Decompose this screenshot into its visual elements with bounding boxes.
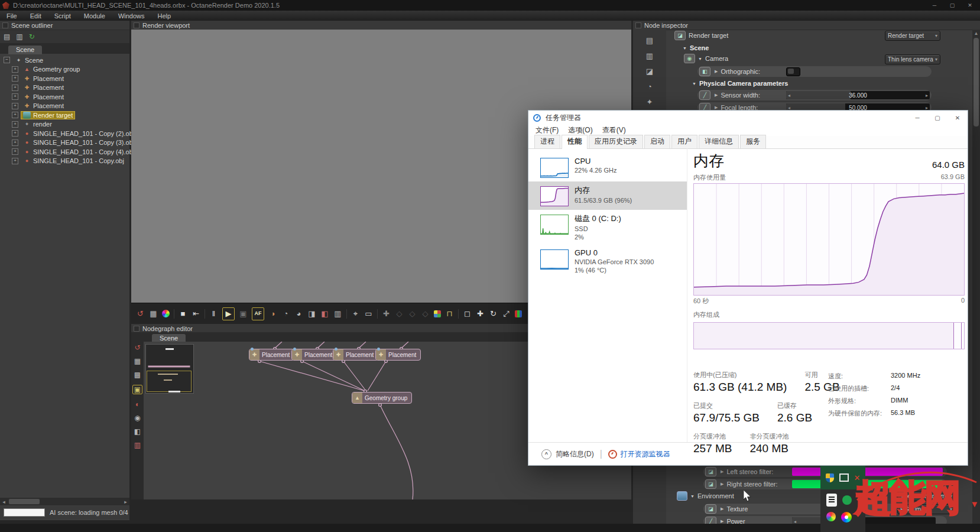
expand-arrow-icon[interactable]: ▶ xyxy=(721,469,723,474)
ng-medium-icon[interactable]: ▥ xyxy=(134,442,141,449)
panel-dock-icon[interactable] xyxy=(2,22,8,28)
collapse-caret-icon[interactable]: ▼ xyxy=(698,57,702,61)
restart-frame-icon[interactable]: ⇤ xyxy=(192,309,200,319)
scroll-thumb[interactable] xyxy=(9,499,40,504)
ng-render-icon[interactable]: ↺ xyxy=(134,344,140,351)
expand-arrow-icon[interactable]: ▶ xyxy=(715,69,718,74)
node-type-dropdown[interactable]: Render target▾ xyxy=(885,31,940,41)
refresh-icon[interactable]: ↻ xyxy=(29,33,35,40)
denoiser-icon[interactable]: ◕ xyxy=(294,309,303,319)
sensor-width-slider[interactable]: ◂ 36.000 ▸ xyxy=(786,91,930,99)
picker-icon[interactable]: ⌖ xyxy=(351,309,360,319)
ng-image-icon[interactable]: ▣ xyxy=(132,385,142,394)
right-stereo-color-bar[interactable] xyxy=(792,480,943,488)
scroll-thumb[interactable] xyxy=(973,38,979,126)
expand-arrow-icon[interactable]: ▶ xyxy=(721,482,723,486)
tree-item[interactable]: +Placement xyxy=(0,92,129,102)
autofocus-icon[interactable]: AF xyxy=(252,307,264,320)
menu-module[interactable]: Module xyxy=(77,12,112,20)
tree-expander-icon[interactable]: + xyxy=(12,75,18,82)
tree-expander-icon[interactable]: + xyxy=(12,66,18,73)
restart-render-icon[interactable]: ↺ xyxy=(136,309,145,319)
tree-item[interactable]: +Render target xyxy=(0,111,129,120)
tm-minimize-button[interactable]: ─ xyxy=(907,111,927,125)
menu-edit[interactable]: Edit xyxy=(24,12,48,20)
ng-texture-icon[interactable]: ◉ xyxy=(134,414,140,421)
scroll-left-icon[interactable]: ◂ xyxy=(0,499,8,505)
tm-sidebar-cpu[interactable]: CPU22% 4.26 GHz xyxy=(528,153,687,181)
tree-expander-icon[interactable]: + xyxy=(12,130,18,137)
materials-icon[interactable]: ▥ xyxy=(333,309,342,319)
tm-menu-1[interactable]: 选项(O) xyxy=(563,125,597,135)
scene-tab[interactable]: Scene xyxy=(8,46,42,54)
tm-tab-性能[interactable]: 性能 xyxy=(562,135,588,149)
render-region-icon[interactable]: ▦ xyxy=(149,309,158,319)
move-gizmo-icon[interactable]: ✚ xyxy=(476,309,485,319)
tree-expander-icon[interactable]: + xyxy=(12,158,18,164)
inspector-scrollbar[interactable]: ▲ xyxy=(972,30,980,532)
environment-row[interactable]: ▼ Environment xyxy=(677,491,734,501)
epic-games-tray-icon[interactable] xyxy=(826,494,837,507)
environment-type-dropdown[interactable]: Texture environment▾ xyxy=(897,491,955,501)
ng-material-icon[interactable]: ◐ xyxy=(135,401,139,408)
tm-sidebar-gpu0[interactable]: GPU 0NVIDIA GeForce RTX 30901% (46 °C) xyxy=(528,245,687,278)
tree-item[interactable]: +Placement xyxy=(0,83,129,93)
ni-node-icon[interactable]: ▤ xyxy=(646,37,653,44)
tm-close-button[interactable]: ✕ xyxy=(947,111,968,125)
checker-preview-icon[interactable] xyxy=(434,310,441,317)
expand-arrow-icon[interactable]: ▶ xyxy=(721,519,723,524)
render-passes-icon[interactable]: ◨ xyxy=(307,309,316,319)
paint-tray-icon[interactable] xyxy=(826,512,836,521)
orthographic-toggle[interactable] xyxy=(786,67,800,76)
expand-arrow-icon[interactable]: ▶ xyxy=(715,105,718,110)
ng-checker-icon[interactable]: ▩ xyxy=(134,371,141,378)
panel-dock-icon[interactable] xyxy=(134,326,139,332)
tree-expander-icon[interactable]: + xyxy=(12,148,18,155)
tm-sidebar-memory[interactable]: 内存61.5/63.9 GB (96%) xyxy=(528,181,687,210)
defender-shield-icon[interactable] xyxy=(826,473,834,482)
subsample-icon[interactable]: ▣ xyxy=(239,309,248,319)
ni-light-icon[interactable]: ✦ xyxy=(647,98,653,106)
camera-row[interactable]: ◉ ▼ Camera xyxy=(684,54,728,63)
panel-dock-icon[interactable] xyxy=(635,22,641,28)
window-tray-icon[interactable] xyxy=(839,473,849,482)
fewer-details-icon[interactable]: ^ xyxy=(541,449,551,459)
tree-expander-icon[interactable]: + xyxy=(12,121,18,128)
tm-tab-启动[interactable]: 启动 xyxy=(644,135,670,148)
tree-item[interactable]: +SINGLE_HEAD_101 - Copy (4).obj xyxy=(0,147,129,157)
memory-composition-bar[interactable] xyxy=(693,322,965,349)
ni-camera-icon[interactable]: ◔ xyxy=(647,83,652,90)
left-stereo-color-bar[interactable] xyxy=(792,468,943,476)
ni-image-icon[interactable]: ◪ xyxy=(646,67,653,75)
save-scene-icon[interactable]: ▤ xyxy=(4,33,10,40)
outliner-hscrollbar[interactable]: ◂ ▸ xyxy=(0,498,129,505)
color-wheel-icon[interactable] xyxy=(162,310,170,317)
menu-script[interactable]: Script xyxy=(48,12,77,20)
tree-expander-icon[interactable]: − xyxy=(4,57,10,63)
tree-item[interactable]: −Scene xyxy=(0,56,129,65)
pause-render-icon[interactable]: ‖ xyxy=(209,309,218,319)
open-resource-monitor-link[interactable]: 打开资源监视器 xyxy=(621,449,670,459)
imager-settings-icon[interactable]: ◑ xyxy=(268,309,277,319)
panel-dock-icon[interactable] xyxy=(134,22,139,28)
tree-item[interactable]: +SINGLE_HEAD_101 - Copy.obj xyxy=(0,157,129,166)
tree-expander-icon[interactable]: + xyxy=(12,85,18,91)
placement-node[interactable]: ✚ Placement xyxy=(291,349,337,361)
tm-tab-用户[interactable]: 用户 xyxy=(671,135,697,148)
placement-node[interactable]: ✚ Placement xyxy=(375,349,421,361)
color-wheel-tray-icon[interactable] xyxy=(841,512,852,523)
collapse-caret-icon[interactable]: ▼ xyxy=(692,82,696,86)
play-render-icon[interactable]: ▶ xyxy=(222,307,235,320)
copy-disabled-icon[interactable]: ◇ xyxy=(395,309,404,319)
tree-item[interactable]: +SINGLE_HEAD_101 - Copy (3).obj xyxy=(0,138,129,148)
tm-tab-服务[interactable]: 服务 xyxy=(740,135,766,148)
menu-file[interactable]: File xyxy=(0,12,24,20)
cube-gizmo-icon[interactable]: ◻ xyxy=(463,309,472,319)
camera-type-dropdown[interactable]: Thin lens camera▾ xyxy=(885,54,940,64)
camera-response-icon[interactable]: ◔ xyxy=(281,309,290,319)
menu-help[interactable]: Help xyxy=(151,12,178,20)
tree-item[interactable]: +render xyxy=(0,120,129,129)
collapse-caret-icon[interactable]: ▼ xyxy=(683,46,687,50)
menu-windows[interactable]: Windows xyxy=(112,12,151,20)
tree-expander-icon[interactable]: + xyxy=(12,112,18,118)
